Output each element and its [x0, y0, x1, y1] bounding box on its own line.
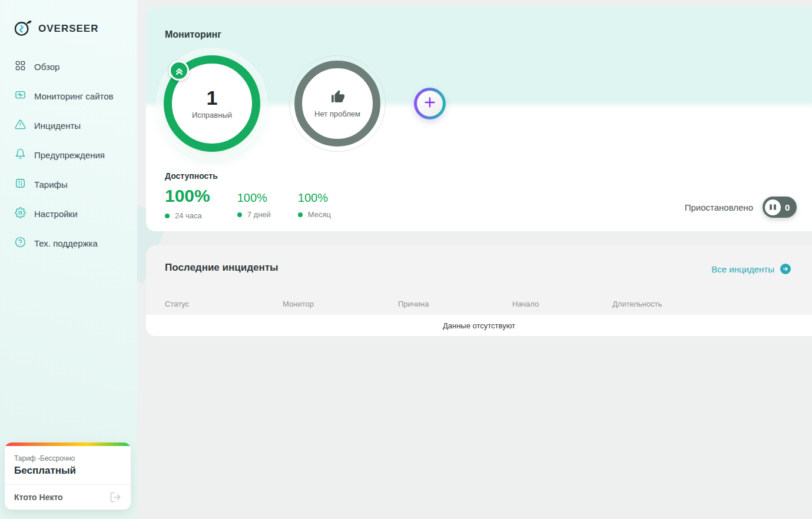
plan-label: Тариф -Бессрочно	[14, 454, 121, 463]
plus-icon	[423, 95, 437, 112]
no-problems-label: Нет проблем	[314, 109, 360, 118]
sidebar-item-label: Тех. поддержка	[34, 238, 98, 248]
monitoring-panel: Мониторинг 1 Исправный Нет проб	[146, 7, 812, 231]
stat-value: 100%	[298, 191, 331, 205]
healthy-label: Исправный	[192, 111, 232, 119]
sidebar-item-label: Тарифы	[34, 179, 68, 189]
stat-label: 7 дней	[247, 210, 271, 219]
monitor-pulse-icon	[15, 89, 26, 103]
pause-icon	[765, 199, 781, 215]
sidebar-item-label: Мониторинг сайтов	[34, 91, 114, 101]
sidebar: OVERSEER Обзор Мон	[0, 0, 137, 519]
column-header-status: Статус	[165, 300, 189, 308]
sidebar-item-label: Инциденты	[34, 121, 81, 131]
availability-stats: 100% 24 часа 100% 7 дней 100% Месяц	[165, 186, 358, 220]
availability-title: Доступность	[165, 171, 218, 181]
help-circle-icon	[15, 237, 26, 250]
sidebar-nav: Обзор Мониторинг сайтов	[0, 52, 137, 258]
stat-label: 24 часа	[175, 211, 202, 220]
bell-icon	[15, 148, 26, 162]
brand-logo[interactable]: OVERSEER	[13, 18, 98, 40]
availability-stat-month: 100% Месяц	[298, 191, 331, 219]
sidebar-item-label: Обзор	[34, 62, 59, 72]
stat-label: Месяц	[308, 210, 331, 219]
double-chevron-up-icon	[169, 61, 189, 81]
column-header-monitor: Монитор	[283, 300, 314, 308]
thumbs-up-icon	[330, 89, 345, 107]
grid-icon	[15, 60, 26, 74]
logout-icon[interactable]	[110, 491, 121, 503]
no-problems-circle[interactable]: Нет проблем	[289, 55, 386, 152]
sidebar-item-label: Предупреждения	[34, 150, 105, 160]
paused-count: 0	[785, 202, 790, 212]
alert-triangle-icon	[15, 119, 26, 132]
monitoring-title: Мониторинг	[165, 29, 221, 40]
sidebar-item-incidents[interactable]: Инциденты	[0, 111, 137, 140]
incidents-title: Последние инциденты	[165, 262, 279, 274]
paused-label: Приостановлено	[685, 202, 753, 212]
sidebar-item-warnings[interactable]: Предупреждения	[0, 140, 137, 169]
all-incidents-label: Все инциденты	[711, 264, 774, 274]
healthy-count: 1	[207, 88, 218, 108]
sidebar-item-tariffs[interactable]: Тарифы	[0, 169, 137, 199]
availability-stat-24h: 100% 24 часа	[165, 186, 210, 220]
sidebar-item-support[interactable]: Тех. поддержка	[0, 228, 137, 258]
empty-state-row: Данные отсутствуют	[146, 315, 812, 336]
add-monitor-button[interactable]	[414, 88, 446, 119]
plan-card: Тариф -Бессрочно Бесплатный Ктото Некто	[5, 443, 131, 510]
green-dot-icon	[298, 212, 303, 217]
column-header-start: Начало	[512, 300, 539, 308]
sidebar-item-settings[interactable]: Настройки	[0, 199, 137, 228]
column-header-duration: Длительность	[612, 300, 662, 308]
tariff-sliders-icon	[15, 178, 26, 191]
app-root: OVERSEER Обзор Мон	[0, 0, 812, 519]
recent-incidents-panel: Последние инциденты Все инциденты Статус…	[146, 245, 812, 336]
arrow-right-circle-icon	[780, 264, 791, 274]
overseer-drop-eye-icon	[13, 18, 33, 40]
sidebar-item-label: Настройки	[34, 209, 78, 219]
all-incidents-link[interactable]: Все инциденты	[711, 264, 791, 274]
paused-counter-pill[interactable]: 0	[763, 197, 797, 218]
plan-name: Бесплатный	[14, 465, 121, 477]
brand-name: OVERSEER	[38, 23, 98, 35]
availability-stat-7d: 100% 7 дней	[237, 191, 271, 219]
paused-row: Приостановлено 0	[685, 197, 797, 218]
healthy-status-circle[interactable]: 1 Исправный	[164, 55, 260, 152]
green-dot-icon	[237, 212, 242, 217]
column-header-reason: Причина	[398, 300, 429, 308]
stat-value: 100%	[237, 191, 271, 205]
user-name: Ктото Некто	[14, 493, 63, 502]
empty-state-text: Данные отсутствуют	[443, 321, 515, 330]
green-dot-icon	[165, 214, 170, 218]
gear-icon	[15, 207, 26, 221]
sidebar-item-overview[interactable]: Обзор	[0, 52, 137, 81]
sidebar-item-site-monitoring[interactable]: Мониторинг сайтов	[0, 81, 137, 111]
stat-value: 100%	[165, 186, 210, 206]
